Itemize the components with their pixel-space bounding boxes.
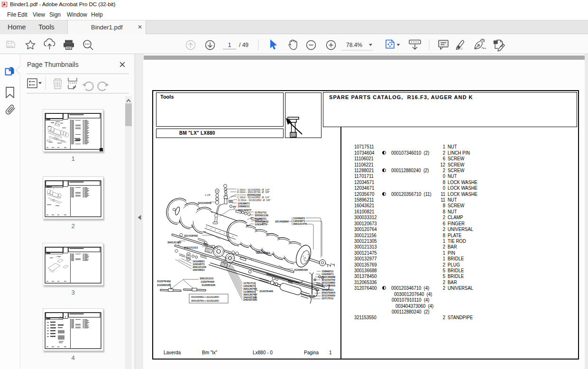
svg-text:300033312: 300033312 (256, 251, 270, 254)
svg-text:321418450: 321418450 (184, 234, 198, 237)
svg-text:D 0914 - 321501850 Ø 3/8": D 0914 - 321501850 Ø 3/8" (238, 199, 271, 202)
svg-text:312065336: 312065336 (294, 268, 308, 271)
svg-text:10717511: 10717511 (322, 297, 334, 300)
svg-text:11106021: 11106021 (293, 217, 305, 220)
svg-text:321463800: 321463800 (275, 220, 289, 223)
svg-text:355501130: 355501130 (255, 214, 268, 217)
svg-text:312076400: 312076400 (259, 290, 273, 293)
svg-text:12034671: 12034671 (293, 220, 306, 222)
svg-text:321153550: 321153550 (198, 202, 211, 204)
svg-text:n 19: n 19 (205, 194, 211, 196)
svg-text:300132977: 300132977 (238, 209, 251, 212)
svg-text:300121475: 300121475 (293, 222, 307, 225)
svg-text:312065336: 312065336 (202, 284, 216, 286)
svg-text:300121305: 300121305 (167, 241, 182, 244)
svg-text:312065336: 312065336 (157, 284, 171, 286)
svg-text:15896211: 15896211 (238, 205, 250, 208)
svg-text:301378450: 301378450 (322, 284, 335, 287)
svg-text:16043621: 16043621 (193, 268, 205, 271)
svg-text:340437300: 340437300 (243, 298, 257, 301)
svg-text:300121313: 300121313 (200, 277, 214, 280)
svg-text:12034671: 12034671 (255, 223, 267, 226)
svg-text:300121313: 300121313 (184, 246, 198, 249)
svg-text:132076400: 132076400 (201, 280, 214, 283)
svg-text:312076400: 312076400 (157, 280, 171, 283)
